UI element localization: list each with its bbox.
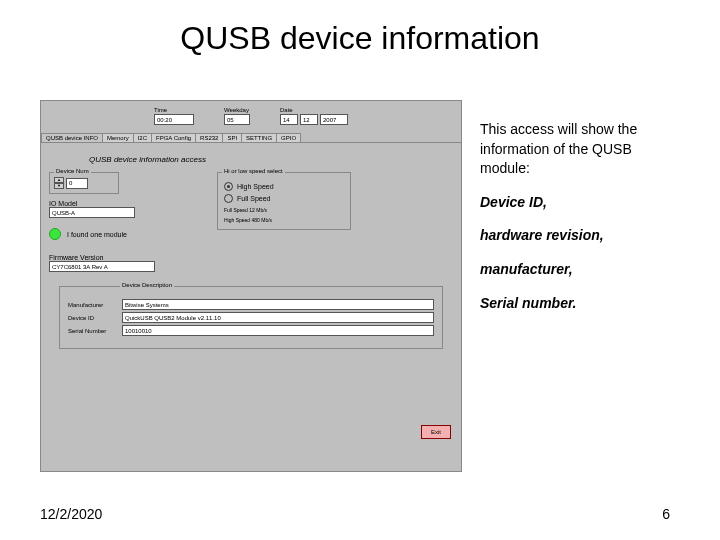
status-text: I found one module	[67, 231, 127, 238]
time-label: Time	[154, 107, 194, 113]
note-manufacturer: manufacturer,	[480, 260, 680, 280]
iomodel-label: IO Model	[49, 200, 209, 207]
app-window: Time 00:20 Weekday 05 Date 14 12 2007 QU…	[40, 100, 462, 472]
radio-full-speed[interactable]: Full Speed	[224, 194, 344, 203]
tab-memory[interactable]: Memory	[102, 133, 134, 142]
footer-date: 12/2/2020	[40, 506, 102, 522]
weekday-field[interactable]: 05	[224, 114, 250, 125]
speed-group: Hi or low speed select High Speed Full S…	[217, 172, 351, 230]
tab-bar: QUSB device INFO Memory I2C FPGA Config …	[41, 133, 461, 143]
deviceid-field: QuickUSB QUSB2 Module v2.11.10	[122, 312, 434, 323]
manufacturer-field: Bitwise Systems	[122, 299, 434, 310]
tab-fpga[interactable]: FPGA Config	[151, 133, 196, 142]
tab-i2c[interactable]: I2C	[133, 133, 152, 142]
note-hw-rev: hardware revision,	[480, 226, 680, 246]
annotation-block: This access will show the information of…	[480, 120, 680, 327]
date-label: Date	[280, 107, 348, 113]
iomodel-field[interactable]: QUSB-A	[49, 207, 135, 218]
footer-page-number: 6	[662, 506, 670, 522]
exit-button[interactable]: Exit	[421, 425, 451, 439]
radio-high-speed[interactable]: High Speed	[224, 182, 344, 191]
date-year-field[interactable]: 2007	[320, 114, 348, 125]
date-day-field[interactable]: 14	[280, 114, 298, 125]
devnum-label: Device Num	[54, 168, 91, 174]
device-description-group: Device Description Manufacturer Bitwise …	[59, 286, 443, 349]
deviceid-label: Device ID	[68, 315, 118, 321]
date-month-field[interactable]: 12	[300, 114, 318, 125]
note-device-id: Device ID,	[480, 193, 680, 213]
serial-label: Serial Number	[68, 328, 118, 334]
devnum-stepper[interactable]: ▲▼	[54, 177, 64, 189]
tab-spi[interactable]: SPI	[222, 133, 242, 142]
serial-field: 10010010	[122, 325, 434, 336]
speed-caption: Hi or low speed select	[222, 168, 285, 174]
radio-full-label: Full Speed	[237, 195, 270, 202]
time-field[interactable]: 00:20	[154, 114, 194, 125]
devnum-field[interactable]: 0	[66, 178, 88, 189]
status-led-icon	[49, 228, 61, 240]
tab-setting[interactable]: SETTING	[241, 133, 277, 142]
radio-high-label: High Speed	[237, 183, 274, 190]
note-serial: Serial number.	[480, 294, 680, 314]
tab-gpio[interactable]: GPIO	[276, 133, 301, 142]
slide-title: QUSB device information	[0, 0, 720, 57]
note-intro: This access will show the information of…	[480, 120, 680, 179]
desc-caption: Device Description	[120, 282, 174, 288]
panel-heading: QUSB device information access	[89, 155, 453, 164]
firmware-label: Firmware Version	[49, 254, 209, 261]
tab-qusb-info[interactable]: QUSB device INFO	[41, 133, 103, 142]
speed-note-1: Full Speed 12 Mb/s	[224, 207, 344, 213]
manufacturer-label: Manufacturer	[68, 302, 118, 308]
speed-note-2: High Speed 480 Mb/s	[224, 217, 344, 223]
firmware-field: CY7C6801 3A Rev A	[49, 261, 155, 272]
weekday-label: Weekday	[224, 107, 250, 113]
tab-rs232[interactable]: RS232	[195, 133, 223, 142]
